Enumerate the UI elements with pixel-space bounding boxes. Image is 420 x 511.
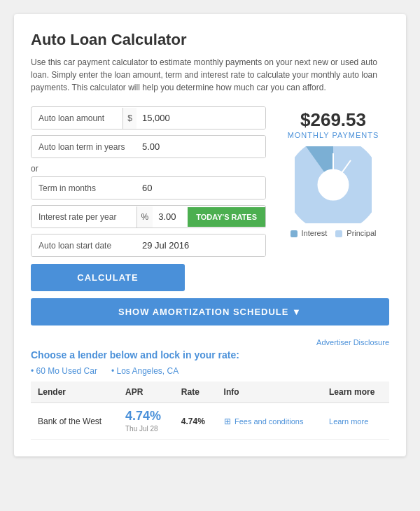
lender-section: Advertiser Disclosure Choose a lender be… — [31, 338, 389, 440]
percent-symbol: % — [136, 206, 153, 227]
table-row: Bank of the West 4.74% Thu Jul 28 4.74% … — [31, 403, 389, 440]
interest-rate-label: Interest rate per year — [31, 206, 136, 227]
fees-conditions-link[interactable]: Fees and conditions — [234, 417, 303, 426]
col-learn-more: Learn more — [322, 382, 389, 403]
loan-amount-label: Auto loan amount — [31, 108, 122, 129]
lender-filters: 60 Mo Used Car Los Angeles, CA — [31, 366, 389, 376]
col-lender: Lender — [31, 382, 118, 403]
lender-heading: Choose a lender below and lock in your r… — [31, 349, 389, 360]
term-years-label: Auto loan term in years — [31, 136, 136, 158]
lender-info: ⊞ Fees and conditions — [217, 403, 322, 440]
lender-apr: 4.74% Thu Jul 28 — [118, 403, 174, 440]
pie-legend: Interest Principal — [277, 229, 389, 237]
filter-item-0[interactable]: 60 Mo Used Car — [31, 366, 97, 376]
interest-rate-row: Interest rate per year % TODAY'S RATES — [31, 205, 266, 228]
calculator-card: Auto Loan Calculator Use this car paymen… — [14, 14, 406, 456]
page-title: Auto Loan Calculator — [31, 31, 389, 49]
term-years-row: Auto loan term in years — [31, 135, 266, 158]
interest-rate-input[interactable] — [153, 206, 188, 227]
pie-chart — [295, 146, 372, 223]
principal-legend: Principal — [335, 229, 376, 237]
amortization-button[interactable]: SHOW AMORTIZATION SCHEDULE ▼ — [31, 298, 389, 326]
lender-table: Lender APR Rate Info Learn more Bank of … — [31, 382, 389, 440]
principal-dot — [335, 230, 342, 237]
lender-learn-more: Learn more — [322, 403, 389, 440]
currency-symbol: $ — [122, 108, 136, 129]
col-rate: Rate — [174, 382, 217, 403]
monthly-label: MONTHLY PAYMENTS — [277, 131, 389, 139]
advertiser-row: Advertiser Disclosure — [31, 338, 389, 346]
form-section: Auto loan amount $ Auto loan term in yea… — [31, 106, 266, 291]
main-content: Auto loan amount $ Auto loan term in yea… — [31, 106, 389, 291]
info-icon: ⊞ — [224, 416, 231, 426]
term-months-label: Term in months — [31, 178, 136, 199]
term-months-row: Term in months — [31, 176, 266, 200]
description-text: Use this car payment calculator to estim… — [31, 56, 389, 94]
lender-rate: 4.74% — [174, 403, 217, 440]
term-months-input[interactable] — [136, 177, 265, 199]
today-rates-button[interactable]: TODAY'S RATES — [188, 207, 265, 227]
start-date-row: Auto loan start date — [31, 234, 266, 257]
advertiser-disclosure-link[interactable]: Advertiser Disclosure — [316, 338, 389, 346]
start-date-label: Auto loan start date — [31, 235, 136, 256]
col-apr: APR — [118, 382, 174, 403]
table-header-row: Lender APR Rate Info Learn more — [31, 382, 389, 403]
monthly-amount: $269.53 — [277, 109, 389, 131]
learn-more-link[interactable]: Learn more — [329, 417, 368, 426]
interest-legend: Interest — [290, 229, 328, 237]
lender-name: Bank of the West — [31, 403, 118, 440]
filter-item-1[interactable]: Los Angeles, CA — [111, 366, 178, 376]
start-date-input[interactable] — [136, 234, 265, 256]
col-info: Info — [217, 382, 322, 403]
term-years-input[interactable] — [136, 136, 265, 158]
result-panel: $269.53 MONTHLY PAYMENTS — [277, 106, 389, 291]
loan-amount-input[interactable] — [136, 107, 265, 129]
interest-dot — [290, 230, 298, 237]
or-label: or — [31, 164, 266, 174]
calculate-button[interactable]: CALCULATE — [31, 264, 185, 291]
loan-amount-row: Auto loan amount $ — [31, 106, 266, 130]
